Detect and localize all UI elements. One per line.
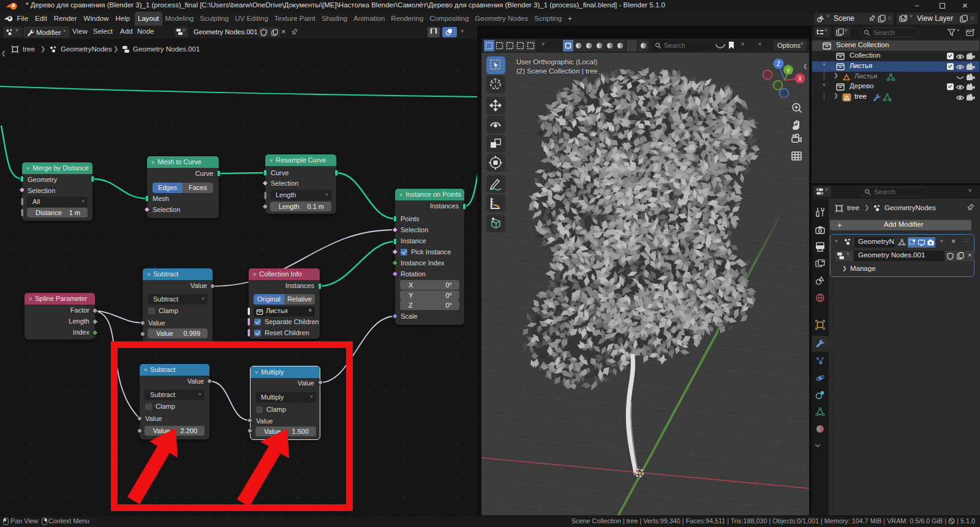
svg-text:Z: Z (777, 61, 780, 67)
svg-text:X: X (798, 75, 802, 82)
svg-text:Y: Y (786, 67, 790, 74)
